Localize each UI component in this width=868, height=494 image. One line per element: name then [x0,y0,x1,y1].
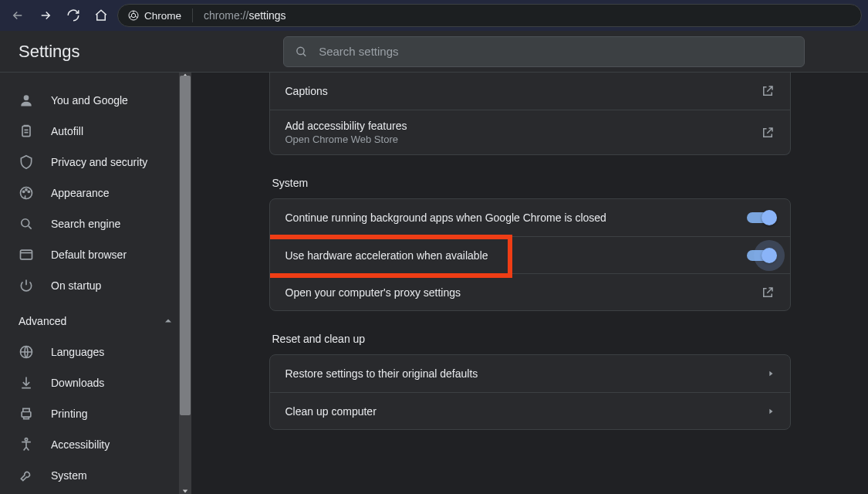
sidebar-item-you-and-google[interactable]: You and Google [0,85,191,116]
sidebar-item-accessibility[interactable]: Accessibility [0,429,191,460]
browser-toolbar: Chrome chrome://settings [0,0,868,31]
sidebar-item-label: Autofill [51,125,83,137]
sidebar: You and Google Autofill Privacy and secu… [0,73,191,494]
omnibox-label: Chrome [144,10,181,22]
svg-rect-4 [22,126,30,136]
sidebar-item-autofill[interactable]: Autofill [0,116,191,147]
row-sublabel: Open Chrome Web Store [285,134,407,145]
svg-point-13 [25,438,27,441]
browser-icon [19,247,34,262]
sidebar-item-label: System [51,469,87,482]
row-label: Captions [285,85,328,97]
system-section-card: Continue running background apps when Go… [269,198,791,311]
sidebar-item-default-browser[interactable]: Default browser [0,239,191,270]
search-settings-input[interactable] [319,45,793,58]
row-label: Restore settings to their original defau… [285,367,478,380]
svg-rect-10 [21,250,32,259]
svg-point-3 [24,95,29,100]
shield-icon [19,154,34,170]
sidebar-item-label: Downloads [51,377,104,389]
accessibility-section-card: Captions Add accessibility features Open… [269,73,791,155]
sidebar-item-search-engine[interactable]: Search engine [0,208,191,239]
sidebar-section-advanced[interactable]: Advanced [0,306,191,337]
row-background-apps[interactable]: Continue running background apps when Go… [270,199,790,236]
search-icon [19,216,34,232]
chrome-icon [127,9,140,22]
reset-section-card: Restore settings to their original defau… [269,354,791,430]
page-header: Settings [0,31,868,73]
row-label: Clean up computer [285,405,377,418]
page-title: Settings [19,42,80,62]
globe-icon [19,344,34,360]
open-external-icon [761,84,775,98]
advanced-label: Advanced [19,315,66,327]
search-icon [295,45,308,59]
toggle-hardware-acceleration[interactable] [747,250,775,261]
sidebar-item-label: Printing [51,408,87,420]
chevron-right-icon [767,408,775,415]
search-settings-box[interactable] [283,36,805,67]
scrollbar-down-arrow-icon[interactable] [182,489,188,494]
printer-icon [19,406,34,421]
sidebar-item-label: Privacy and security [51,156,147,168]
chevron-right-icon [767,370,775,377]
omnibox-separator [192,8,193,22]
sidebar-item-label: You and Google [51,94,128,107]
svg-point-7 [25,189,27,191]
sidebar-item-label: Accessibility [51,438,110,451]
section-label-reset: Reset and clean up [272,333,791,345]
sidebar-item-label: Default browser [51,249,127,261]
sidebar-item-label: On startup [51,279,101,292]
sidebar-item-on-startup[interactable]: On startup [0,270,191,301]
person-icon [19,93,34,108]
svg-point-2 [297,47,304,54]
sidebar-item-languages[interactable]: Languages [0,337,191,367]
main-content: Captions Add accessibility features Open… [191,73,868,494]
open-external-icon [761,286,775,299]
address-bar[interactable]: Chrome chrome://settings [117,4,862,27]
palette-icon [19,185,34,201]
back-button[interactable] [6,4,29,27]
sidebar-item-label: Appearance [51,187,110,199]
home-button[interactable] [90,4,113,27]
chevron-up-icon [164,316,173,326]
reload-button[interactable] [62,4,85,27]
row-label: Continue running background apps when Go… [285,211,606,224]
row-label: Use hardware acceleration when available [285,249,488,262]
open-external-icon [761,126,775,140]
sidebar-item-appearance[interactable]: Appearance [0,178,191,208]
omnibox-url: chrome://settings [204,9,286,22]
sidebar-item-privacy[interactable]: Privacy and security [0,147,191,178]
svg-point-9 [22,219,29,227]
toggle-background-apps[interactable] [747,212,775,223]
svg-point-6 [23,191,25,192]
clipboard-icon [19,124,34,139]
sidebar-item-label: Search engine [51,218,120,230]
forward-button[interactable] [34,4,57,27]
svg-rect-12 [22,412,31,418]
row-captions[interactable]: Captions [270,73,790,110]
row-clean-up-computer[interactable]: Clean up computer [270,392,790,429]
sidebar-item-system[interactable]: System [0,460,191,491]
sidebar-item-downloads[interactable]: Downloads [0,367,191,398]
svg-point-8 [28,191,29,192]
sidebar-scrollbar[interactable] [179,73,191,494]
sidebar-item-label: Languages [51,346,104,358]
row-proxy-settings[interactable]: Open your computer's proxy settings [270,273,790,310]
scrollbar-thumb[interactable] [180,76,191,415]
row-label: Open your computer's proxy settings [285,286,461,299]
download-icon [19,375,34,391]
section-label-system: System [272,177,791,189]
row-hardware-acceleration[interactable]: Use hardware acceleration when available [270,236,790,273]
svg-point-1 [131,13,135,17]
power-icon [19,278,34,293]
accessibility-icon [19,437,34,452]
sidebar-item-printing[interactable]: Printing [0,398,191,429]
row-restore-defaults[interactable]: Restore settings to their original defau… [270,355,790,392]
wrench-icon [19,468,34,483]
row-label: Add accessibility features [285,120,407,132]
row-add-accessibility-features[interactable]: Add accessibility features Open Chrome W… [270,110,790,154]
